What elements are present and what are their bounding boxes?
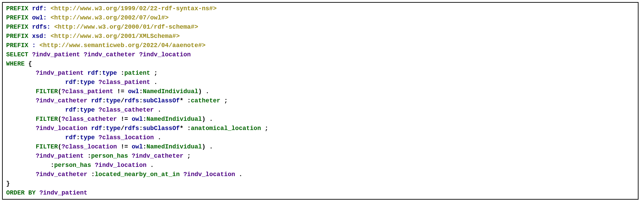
line-9: rdf:type ?class_patient .: [6, 79, 158, 86]
line-2: PREFIX owl: <http://www.w3.org/2002/07/o…: [6, 14, 169, 21]
sparql-code-block: PREFIX rdf: <http://www.w3.org/1999/02/2…: [2, 2, 639, 200]
line-19: ?indv_catheter :located_nearby_on_at_in …: [6, 171, 242, 178]
line-17: ?indv_patient :person_has ?indv_catheter…: [6, 153, 191, 159]
line-18: :person_has ?indv_location .: [6, 162, 154, 169]
line-1: PREFIX rdf: <http://www.w3.org/1999/02/2…: [6, 5, 217, 12]
line-8: ?indv_patient rdf:type :patient ;: [6, 70, 158, 76]
line-16: FILTER(?class_location != owl:NamedIndiv…: [6, 143, 213, 150]
line-4: PREFIX xsd: <http://www.w3.org/2001/XMLS…: [6, 33, 180, 40]
line-7: WHERE {: [6, 60, 32, 67]
line-6: SELECT ?indv_patient ?indv_catheter ?ind…: [6, 51, 191, 58]
line-20: }: [6, 180, 10, 187]
line-15: rdf:type ?class_location .: [6, 134, 161, 141]
line-11: ?indv_catheter rdf:type/rdfs:subClassOf*…: [6, 97, 228, 104]
line-3: PREFIX rdfs: <http://www.w3.org/2000/01/…: [6, 24, 198, 30]
line-12: rdf:type ?class_catheter .: [6, 106, 161, 113]
line-21: ORDER BY ?indv_patient: [6, 189, 88, 196]
line-13: FILTER(?class_catheter != owl:NamedIndiv…: [6, 116, 213, 123]
line-10: FILTER(?class_patient != owl:NamedIndivi…: [6, 88, 209, 95]
line-5: PREFIX : <http://www.semanticweb.org/202…: [6, 42, 205, 49]
line-14: ?indv_location rdf:type/rdfs:subClassOf*…: [6, 125, 268, 132]
